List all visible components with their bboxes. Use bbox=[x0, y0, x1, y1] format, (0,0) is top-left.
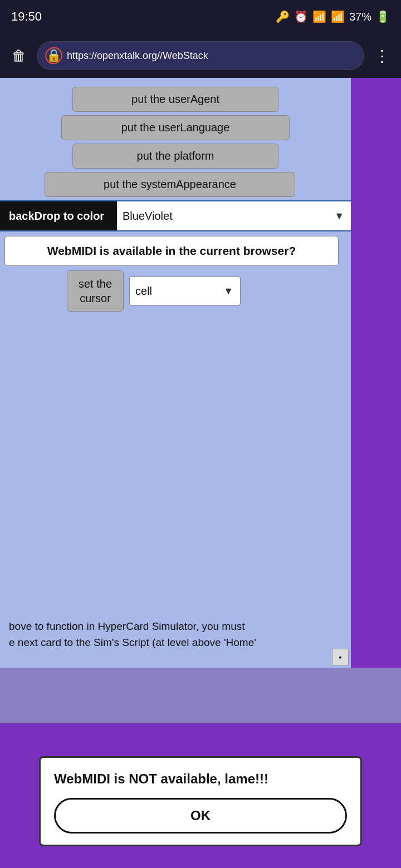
set-cursor-button[interactable]: set thecursor bbox=[67, 270, 124, 312]
put-userlanguage-button[interactable]: put the userLanguage bbox=[61, 115, 290, 140]
ok-button[interactable]: OK bbox=[54, 798, 347, 834]
url-bar[interactable]: 🔒 https://openxtalk.org//WebStack bbox=[37, 41, 364, 70]
right-sidebar bbox=[351, 78, 401, 668]
browser-menu-button[interactable]: ⋮ bbox=[370, 47, 394, 65]
cursor-select[interactable]: cell default pointer crosshair move bbox=[130, 277, 240, 305]
status-bar: 19:50 🔑 ⏰ 📶 📶 37% 🔋 bbox=[0, 0, 401, 33]
webpage-area: put the userAgent put the userLanguage p… bbox=[0, 78, 351, 668]
webmidi-question-button[interactable]: WebMIDI is available in the current brow… bbox=[4, 236, 339, 266]
put-systemappearance-button[interactable]: put the systemAppearance bbox=[45, 172, 295, 197]
alarm-icon: ⏰ bbox=[294, 10, 308, 23]
backdrop-row: backDrop to color BlueViolet Red Green B… bbox=[0, 200, 351, 231]
bottom-help-text: bove to function in HyperCard Simulator,… bbox=[0, 612, 351, 668]
backdrop-select-wrapper[interactable]: BlueViolet Red Green Blue Yellow bbox=[117, 201, 351, 230]
purple-background: WebMIDI is NOT available, lame!!! OK bbox=[0, 723, 401, 868]
backdrop-select[interactable]: BlueViolet Red Green Blue Yellow bbox=[117, 201, 351, 230]
key-icon: 🔑 bbox=[276, 10, 290, 23]
trash-icon: 🗑 bbox=[12, 47, 26, 65]
small-corner-icon[interactable]: ▪ bbox=[332, 649, 349, 665]
url-text: https://openxtalk.org//WebStack bbox=[67, 50, 355, 62]
signal-icon: 📶 bbox=[331, 10, 345, 23]
delete-tab-button[interactable]: 🗑 bbox=[7, 43, 31, 68]
alert-message: WebMIDI is NOT available, lame!!! bbox=[54, 771, 347, 787]
browser-bar: 🗑 🔒 https://openxtalk.org//WebStack ⋮ bbox=[0, 33, 401, 78]
battery-display: 37% bbox=[349, 11, 371, 23]
backdrop-label: backDrop to color bbox=[0, 201, 117, 230]
put-useragent-button[interactable]: put the userAgent bbox=[72, 87, 278, 112]
main-content: put the userAgent put the userLanguage p… bbox=[0, 78, 401, 723]
cursor-select-wrapper[interactable]: cell default pointer crosshair move bbox=[129, 277, 241, 305]
alert-dialog: WebMIDI is NOT available, lame!!! OK bbox=[39, 756, 362, 846]
battery-icon: 🔋 bbox=[376, 10, 390, 23]
put-platform-button[interactable]: put the platform bbox=[72, 144, 278, 169]
lock-icon: 🔒 bbox=[46, 48, 61, 63]
time-display: 19:50 bbox=[11, 9, 42, 24]
wifi-icon: 📶 bbox=[312, 10, 326, 23]
cursor-row: set thecursor cell default pointer cross… bbox=[67, 270, 351, 312]
status-icons: 🔑 ⏰ 📶 📶 37% 🔋 bbox=[276, 10, 390, 23]
